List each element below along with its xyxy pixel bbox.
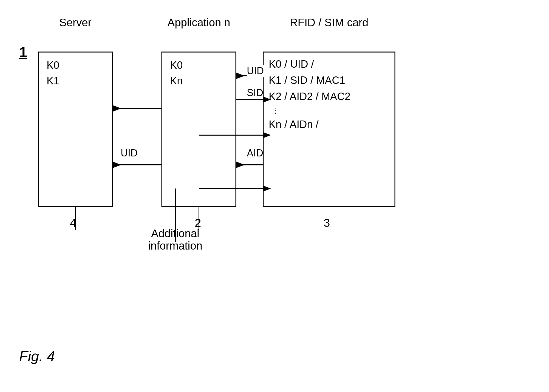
rfid-header: RFID / SIM card [263, 16, 395, 29]
server-header: Server [38, 16, 112, 29]
figure-label: Fig. 4 [19, 348, 55, 364]
server-number: 4 [70, 216, 76, 230]
aid-arrow-label: AID [247, 147, 263, 159]
additional-info: Additional information [148, 227, 202, 252]
rfid-content: K0 / UID / K1 / SID / MAC1 K2 / AID2 / M… [269, 56, 350, 133]
rfid-number: 3 [324, 216, 330, 230]
uid-arrow-label-2: UID [121, 147, 138, 159]
application-content: K0 Kn [170, 58, 183, 89]
uid-arrow-label-1: UID [247, 65, 264, 77]
diagram-number: 1 [19, 44, 27, 60]
diagram-container: Server Application n RFID / SIM card K0 … [16, 16, 532, 373]
server-content: K0 K1 [47, 58, 59, 89]
application-header: Application n [162, 16, 236, 29]
sid-arrow-label: SID [247, 87, 263, 99]
